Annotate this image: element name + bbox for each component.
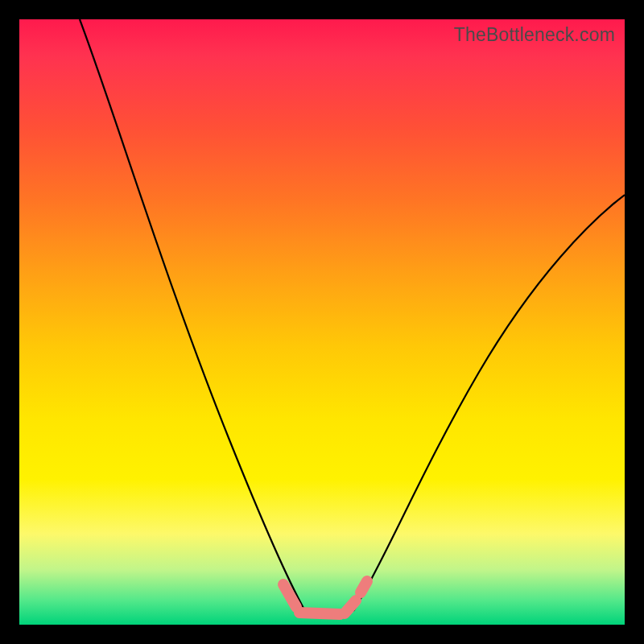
dash-1 bbox=[283, 584, 296, 607]
dash-3 bbox=[345, 601, 356, 613]
dash-2 bbox=[299, 613, 340, 614]
dash-4 bbox=[361, 581, 367, 592]
bottom-dash-group bbox=[283, 581, 367, 614]
chart-area: TheBottleneck.com bbox=[19, 19, 625, 625]
right-curve bbox=[353, 195, 625, 611]
left-curve bbox=[80, 19, 305, 611]
chart-svg bbox=[19, 19, 625, 625]
